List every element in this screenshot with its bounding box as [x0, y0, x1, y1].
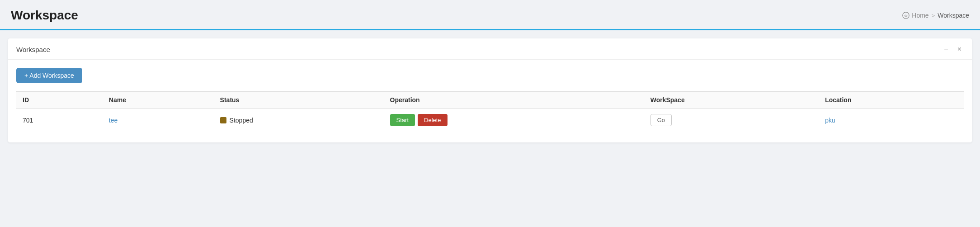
breadcrumb-home-label: Home [912, 12, 928, 19]
workspace-card: Workspace − × + Add Workspace ID Name St… [8, 38, 972, 142]
breadcrumb: Home > Workspace [902, 12, 969, 19]
start-button[interactable]: Start [390, 114, 415, 126]
cell-workspace: Go [644, 109, 819, 132]
col-location: Location [819, 92, 964, 109]
table-head: ID Name Status Operation WorkSpace Locat… [16, 92, 964, 109]
col-operation: Operation [384, 92, 644, 109]
table-row: 701teeStoppedStartDeleteGopku [16, 109, 964, 132]
card-body: + Add Workspace ID Name Status Operation… [8, 60, 972, 142]
minimize-button[interactable]: − [942, 45, 950, 54]
col-id: ID [16, 92, 103, 109]
breadcrumb-home: Home [902, 12, 928, 19]
name-link[interactable]: tee [109, 117, 118, 124]
page-title: Workspace [11, 8, 78, 23]
card-title: Workspace [16, 46, 50, 53]
cell-name: tee [103, 109, 214, 132]
col-status: Status [214, 92, 384, 109]
close-button[interactable]: × [955, 45, 964, 54]
breadcrumb-separator: > [932, 12, 935, 19]
svg-point-1 [905, 16, 907, 17]
add-workspace-button[interactable]: + Add Workspace [16, 68, 82, 83]
go-button[interactable]: Go [650, 114, 672, 126]
table-header-row: ID Name Status Operation WorkSpace Locat… [16, 92, 964, 109]
col-workspace: WorkSpace [644, 92, 819, 109]
breadcrumb-current: Workspace [938, 12, 969, 19]
delete-button[interactable]: Delete [418, 114, 448, 126]
status-text: Stopped [230, 117, 253, 124]
table-body: 701teeStoppedStartDeleteGopku [16, 109, 964, 132]
workspace-table: ID Name Status Operation WorkSpace Locat… [16, 91, 964, 132]
card-header: Workspace − × [8, 38, 972, 60]
cell-location: pku [819, 109, 964, 132]
home-icon [902, 12, 909, 19]
card-controls: − × [942, 45, 964, 54]
page-header: Workspace Home > Workspace [0, 0, 980, 30]
location-link[interactable]: pku [825, 117, 835, 124]
col-name: Name [103, 92, 214, 109]
svg-point-0 [903, 12, 909, 19]
cell-status: Stopped [214, 109, 384, 132]
cell-id: 701 [16, 109, 103, 132]
cell-operation: StartDelete [384, 109, 644, 132]
status-dot-icon [220, 117, 226, 123]
